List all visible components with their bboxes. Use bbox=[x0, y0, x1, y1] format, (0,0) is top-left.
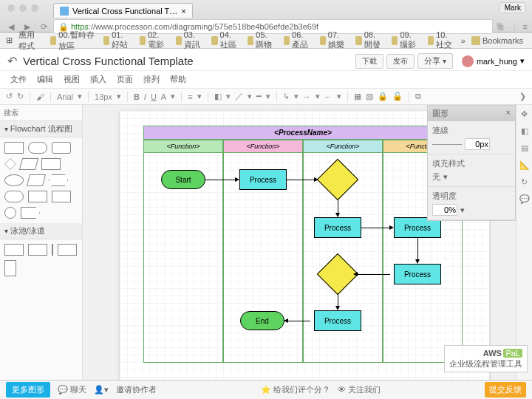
node-start[interactable]: Start bbox=[161, 170, 205, 189]
menu-view[interactable]: 视图 bbox=[64, 74, 80, 85]
shape-parallel[interactable] bbox=[19, 158, 38, 170]
metrics-icon[interactable]: 📐 bbox=[519, 160, 530, 170]
menu-arrange[interactable]: 排列 bbox=[143, 74, 160, 85]
underline-button[interactable]: U bbox=[151, 92, 157, 101]
properties-panel[interactable]: 圖形× 連線 填充样式 无 ▾ 透明度 ▾ bbox=[427, 105, 516, 221]
browser-tab[interactable]: Vertical Cross Functional T…× bbox=[53, 3, 193, 18]
bookmark-item[interactable]: 02.電影 bbox=[137, 30, 170, 51]
menu-page[interactable]: 页面 bbox=[117, 74, 133, 85]
undo-button[interactable]: ↺ bbox=[6, 92, 13, 101]
node-end[interactable]: End bbox=[240, 311, 284, 330]
shape-rect2[interactable] bbox=[52, 142, 71, 154]
shape-doc[interactable] bbox=[28, 191, 47, 202]
bookmark-item[interactable]: 10.社交 bbox=[425, 30, 458, 51]
bookmark-item[interactable]: Bookmarks bbox=[468, 35, 526, 46]
shape-pool-v[interactable] bbox=[28, 244, 47, 256]
front-button[interactable]: ▦ bbox=[354, 92, 361, 101]
panel-close-icon[interactable]: × bbox=[506, 108, 511, 119]
fill-button[interactable]: ◧ bbox=[214, 92, 222, 101]
fontsize-select[interactable]: 13px bbox=[95, 92, 112, 101]
collab-avatar[interactable]: 👤▾ bbox=[94, 385, 109, 395]
bookmark-item[interactable]: 08.開發 bbox=[352, 30, 386, 51]
bookmark-item[interactable]: 01.好站 bbox=[100, 30, 134, 51]
history-icon[interactable]: ↻ bbox=[521, 177, 528, 187]
bookmark-item[interactable]: 06.產品 bbox=[281, 30, 314, 51]
menu-insert[interactable]: 插入 bbox=[90, 74, 106, 85]
lane-header-1[interactable]: <Function> bbox=[143, 140, 223, 153]
panel-swimlane[interactable]: ▾ 泳池/泳道 bbox=[0, 223, 82, 239]
shape-lane-h[interactable] bbox=[58, 244, 77, 256]
lane-header-3[interactable]: <Function> bbox=[303, 140, 383, 153]
app-back-button[interactable]: ↶ bbox=[7, 54, 17, 68]
shape-roundrect[interactable] bbox=[28, 142, 47, 154]
publish-button[interactable]: 发布 bbox=[386, 54, 415, 69]
shape-pent[interactable] bbox=[21, 207, 40, 219]
shape-term[interactable] bbox=[4, 191, 24, 202]
menu-icon[interactable]: ≡ bbox=[523, 22, 528, 32]
close-icon[interactable]: × bbox=[181, 7, 185, 16]
bookmark-item[interactable]: 07.娛樂 bbox=[317, 30, 350, 51]
shape-pool-h[interactable] bbox=[4, 244, 24, 256]
back-button2[interactable]: ▧ bbox=[366, 92, 373, 101]
shape-rect3[interactable] bbox=[41, 158, 61, 170]
comment-icon[interactable]: 💬 bbox=[519, 194, 530, 204]
feedback-button[interactable]: 提交反馈 bbox=[485, 382, 526, 398]
fill-select[interactable]: 无 bbox=[432, 171, 440, 183]
linewidth-button[interactable]: ━ bbox=[256, 92, 262, 101]
username[interactable]: mark_hung bbox=[477, 57, 517, 66]
italic-button[interactable]: I bbox=[144, 92, 146, 101]
font-select[interactable]: Arial bbox=[57, 92, 73, 101]
bookmark-item[interactable]: 應用程式 bbox=[16, 29, 44, 52]
shape-trap[interactable] bbox=[27, 174, 46, 186]
rate-link[interactable]: ⭐ 给我们评个分？ bbox=[261, 384, 330, 395]
apps-icon[interactable]: ⊞ bbox=[6, 35, 13, 45]
lock-button[interactable]: 🔒 bbox=[378, 92, 388, 101]
node-process-1[interactable]: Process bbox=[239, 169, 287, 190]
canvas[interactable]: <ProcessName> <Function> <Function> <Fun… bbox=[83, 105, 532, 393]
share-button[interactable]: 分享 ▾ bbox=[417, 53, 453, 69]
menu-file[interactable]: 文件 bbox=[10, 74, 27, 85]
shape-diamond[interactable] bbox=[4, 158, 16, 170]
unlock-button[interactable]: 🔓 bbox=[392, 92, 403, 101]
align-button[interactable]: ≡ bbox=[188, 92, 192, 101]
style-icon[interactable]: ◧ bbox=[521, 126, 528, 136]
redo-button[interactable]: ↻ bbox=[17, 92, 24, 101]
document-title[interactable]: Vertical Cross Functional Template bbox=[23, 55, 194, 67]
lane-header-2[interactable]: <Function> bbox=[223, 140, 303, 153]
shape-rect[interactable] bbox=[4, 142, 24, 154]
line-button[interactable]: ／ bbox=[235, 91, 243, 102]
nav-icon[interactable]: ✥ bbox=[521, 109, 528, 119]
avatar[interactable] bbox=[462, 55, 474, 67]
fontcolor-button[interactable]: A bbox=[161, 92, 166, 101]
bookmark-item[interactable]: 04.社區 bbox=[208, 30, 242, 51]
invite-button[interactable]: 邀请协作者 bbox=[116, 384, 157, 395]
bookmark-item[interactable]: 05.購物 bbox=[245, 30, 278, 51]
menu-help[interactable]: 帮助 bbox=[170, 74, 186, 85]
shape-ellipse[interactable] bbox=[4, 174, 24, 186]
menu-edit[interactable]: 编辑 bbox=[37, 74, 53, 85]
shape-sep[interactable] bbox=[52, 244, 53, 256]
bookmark-item[interactable]: 03.資訊 bbox=[173, 30, 206, 51]
opacity-input[interactable] bbox=[432, 204, 457, 216]
swimlane-title[interactable]: <ProcessName> bbox=[143, 126, 463, 140]
connector-button[interactable]: ↳ bbox=[283, 92, 290, 101]
node-process-5[interactable]: Process bbox=[314, 310, 361, 331]
follow-link[interactable]: 👁 关注我们 bbox=[338, 384, 381, 395]
collapse-icon[interactable]: ❯ bbox=[519, 92, 526, 101]
page-icon[interactable]: ▤ bbox=[521, 143, 528, 153]
shape-hex[interactable] bbox=[49, 174, 68, 186]
node-process-4[interactable]: Process bbox=[394, 264, 441, 284]
bookmark-item[interactable]: 09.攝影 bbox=[389, 30, 422, 51]
linestyle-select[interactable] bbox=[432, 144, 462, 145]
extension-icon[interactable]: ⋮ bbox=[511, 22, 519, 32]
panel-flowchart[interactable]: ▾ Flowchart 流程图 bbox=[0, 121, 82, 137]
download-button[interactable]: 下載 bbox=[355, 54, 383, 69]
link-button[interactable]: ⧉ bbox=[415, 92, 421, 101]
more-shapes-button[interactable]: 更多图形 bbox=[6, 382, 50, 398]
chat-button[interactable]: 💬 聊天 bbox=[58, 384, 86, 395]
shape-card[interactable] bbox=[52, 191, 71, 202]
bookmark-item[interactable]: 00.暫時存放區 bbox=[47, 29, 98, 52]
brush-button[interactable]: 🖌 bbox=[36, 92, 44, 101]
node-process-2[interactable]: Process bbox=[314, 217, 361, 238]
shape-lane-v[interactable] bbox=[4, 260, 16, 276]
